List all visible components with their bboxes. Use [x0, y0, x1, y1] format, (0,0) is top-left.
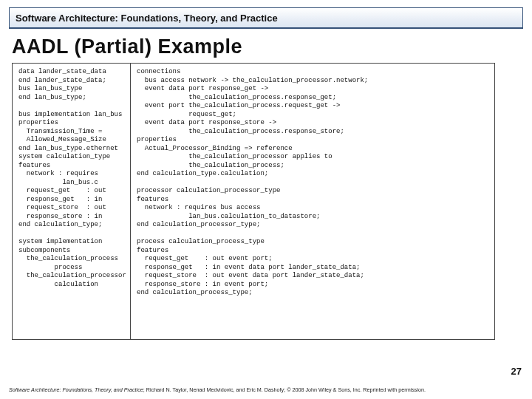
header-inner: Software Architecture: Foundations, Theo…	[10, 8, 522, 27]
footer-rest: ; Richard N. Taylor, Nenad Medvidovic, a…	[143, 386, 426, 393]
footer: Software Architecture: Foundations, Theo…	[9, 386, 523, 393]
footer-book-title: Software Architecture: Foundations, Theo…	[9, 386, 143, 393]
code-area: data lander_state_data end lander_state_…	[12, 63, 520, 344]
slide-title: AADL (Partial) Example	[12, 35, 520, 58]
code-box-right: connections bus access network -> the_ca…	[130, 63, 495, 340]
slide: Software Architecture: Foundations, Theo…	[0, 0, 532, 399]
header-title: Software Architecture: Foundations, Theo…	[16, 13, 278, 24]
page-number: 27	[511, 366, 522, 377]
header-bar: Software Architecture: Foundations, Theo…	[9, 7, 523, 28]
